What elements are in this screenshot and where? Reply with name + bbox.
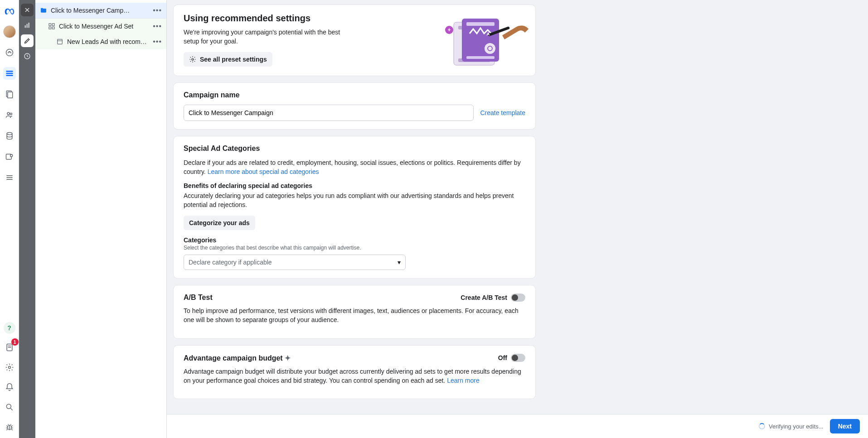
caret-down-icon: ▾: [398, 259, 401, 266]
editor-mode-column: [19, 0, 35, 438]
gauge-icon[interactable]: [3, 46, 16, 59]
advantage-learn-link[interactable]: Learn more: [447, 377, 480, 384]
special-ad-title: Special Ad Categories: [184, 144, 525, 153]
svg-point-11: [10, 154, 12, 157]
svg-point-18: [8, 366, 10, 369]
special-ad-desc: Declare if your ads are related to credi…: [184, 158, 525, 177]
svg-rect-29: [49, 24, 51, 26]
edit-mode-icon[interactable]: [21, 34, 34, 47]
ad-icon: [56, 38, 63, 45]
page-notif-icon[interactable]: 1: [3, 341, 16, 354]
create-template-link[interactable]: Create template: [480, 109, 525, 116]
app-icon-rail: ? 1: [0, 0, 19, 438]
svg-rect-27: [29, 23, 29, 28]
sparkle-icon: ✦: [285, 354, 291, 362]
next-button[interactable]: Next: [830, 419, 860, 433]
billing-icon[interactable]: [3, 130, 16, 142]
advantage-card: Advantage campaign budget✦ Off Advantage…: [173, 345, 536, 399]
svg-point-1: [9, 52, 10, 53]
campaign-name-input[interactable]: [184, 105, 474, 121]
benefit-title: Benefits of declaring special ad categor…: [184, 182, 525, 189]
svg-rect-33: [58, 39, 63, 44]
notif-count-badge: 1: [11, 338, 19, 346]
svg-rect-26: [27, 24, 28, 28]
campaign-name-card: Campaign name Create template: [173, 82, 536, 130]
svg-rect-3: [6, 73, 13, 74]
abtest-card: A/B Test Create A/B Test To help improve…: [173, 285, 536, 339]
user-avatar[interactable]: [3, 25, 16, 38]
folder-icon: [40, 7, 47, 14]
svg-rect-2: [6, 71, 13, 72]
spinner-icon: [759, 423, 765, 429]
svg-rect-30: [52, 24, 54, 26]
advantage-toggle[interactable]: [511, 354, 525, 362]
svg-rect-6: [7, 92, 12, 98]
history-mode-icon[interactable]: [21, 50, 34, 63]
advantage-title: Advantage campaign budget✦: [184, 354, 291, 362]
tree-more-icon[interactable]: •••: [153, 38, 162, 46]
structure-tree: Click to Messenger Campaign ••• Click to…: [35, 0, 167, 438]
abtest-desc: To help improve ad performance, test ver…: [184, 306, 525, 325]
abtest-toggle-label: Create A/B Test: [461, 294, 507, 301]
campaigns-icon[interactable]: [3, 67, 16, 80]
svg-point-43: [485, 43, 495, 54]
svg-line-20: [10, 409, 12, 410]
gear-icon: [189, 56, 196, 63]
bell-icon[interactable]: [3, 381, 16, 394]
hero-subtitle: We're improving your campaign's potentia…: [184, 28, 347, 46]
tree-more-icon[interactable]: •••: [153, 6, 162, 14]
svg-point-9: [7, 133, 12, 135]
categories-label: Categories: [184, 236, 525, 244]
advantage-title-text: Advantage campaign budget: [184, 354, 283, 362]
meta-logo-icon[interactable]: [4, 6, 15, 17]
tree-adset-label: Click to Messenger Ad Set: [59, 23, 133, 30]
hero-title: Using recommended settings: [184, 13, 437, 24]
tree-campaign-row[interactable]: Click to Messenger Campaign •••: [35, 3, 166, 19]
categorize-ads-button[interactable]: Categorize your ads: [184, 216, 255, 230]
help-icon[interactable]: ?: [4, 322, 15, 334]
abtest-toggle[interactable]: [511, 294, 525, 302]
special-ad-card: Special Ad Categories Declare if your ad…: [173, 136, 536, 279]
all-tools-icon[interactable]: [3, 171, 16, 184]
category-select[interactable]: Declare category if applicable ▾: [184, 255, 406, 270]
tree-ad-label: New Leads Ad with recommend…: [67, 38, 149, 45]
svg-rect-32: [52, 27, 54, 29]
advantage-desc: Advantage campaign budget will distribut…: [184, 367, 525, 385]
hero-illustration: +: [445, 13, 531, 67]
settings-icon[interactable]: [3, 361, 16, 374]
recommended-settings-card: Using recommended settings We're improvi…: [173, 5, 536, 76]
campaign-name-title: Campaign name: [184, 91, 525, 99]
editor-footer: Verifying your edits... Next: [167, 414, 868, 438]
categories-hint: Select the categories that best describe…: [184, 245, 525, 251]
tree-campaign-label: Click to Messenger Campaign: [51, 7, 132, 14]
categorize-label: Categorize your ads: [189, 219, 250, 226]
svg-point-35: [192, 58, 194, 60]
audiences-icon[interactable]: [3, 109, 16, 121]
svg-point-7: [7, 112, 10, 115]
advertising-settings-icon[interactable]: [3, 150, 16, 163]
abtest-title: A/B Test: [184, 294, 213, 302]
svg-point-19: [6, 404, 11, 409]
close-editor-icon[interactable]: [21, 4, 34, 16]
tree-adset-row[interactable]: Click to Messenger Ad Set •••: [35, 19, 166, 34]
category-placeholder: Declare category if applicable: [189, 259, 272, 266]
svg-rect-4: [6, 75, 13, 76]
svg-rect-42: [466, 22, 495, 26]
verifying-text: Verifying your edits...: [769, 423, 824, 430]
tree-more-icon[interactable]: •••: [153, 22, 162, 30]
main-editor: Using recommended settings We're improvi…: [167, 0, 868, 438]
search-icon[interactable]: [3, 401, 16, 414]
bug-icon[interactable]: [3, 421, 16, 433]
tree-ad-row[interactable]: New Leads Ad with recommend… •••: [35, 34, 166, 49]
special-ad-learn-link[interactable]: Learn more about special ad categories: [208, 168, 319, 175]
svg-text:+: +: [447, 27, 451, 33]
chart-mode-icon[interactable]: [21, 19, 34, 32]
verifying-status: Verifying your edits...: [759, 423, 824, 430]
benefit-desc: Accurately declaring your ad categories …: [184, 191, 525, 210]
svg-point-0: [6, 49, 13, 56]
svg-rect-45: [466, 56, 495, 59]
adset-icon: [48, 23, 55, 30]
svg-rect-31: [49, 27, 51, 29]
ads-reporting-icon[interactable]: [3, 88, 16, 101]
see-preset-button[interactable]: See all preset settings: [184, 52, 272, 67]
